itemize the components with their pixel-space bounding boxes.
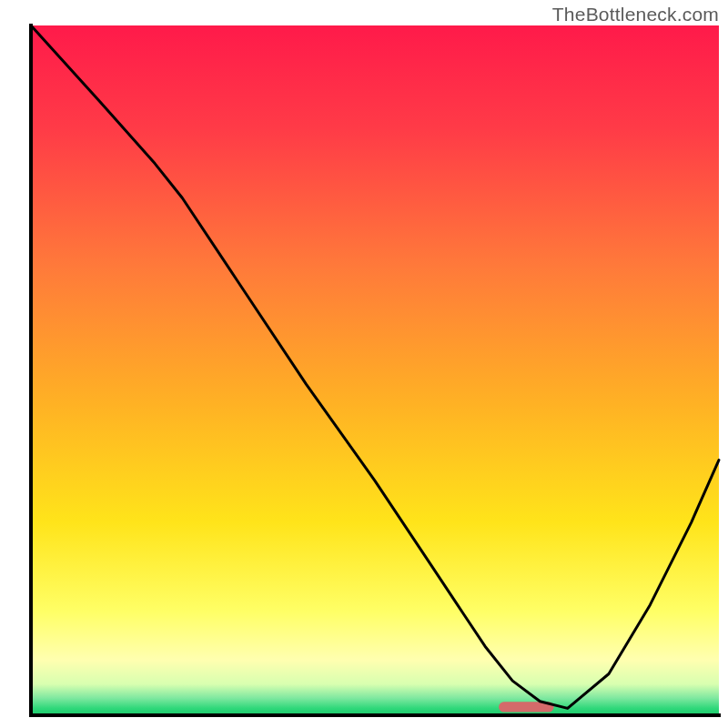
chart-root: TheBottleneck.com bbox=[0, 0, 728, 728]
chart-svg bbox=[0, 0, 728, 728]
watermark-text: TheBottleneck.com bbox=[552, 4, 719, 25]
chart-gradient-background bbox=[31, 25, 719, 715]
